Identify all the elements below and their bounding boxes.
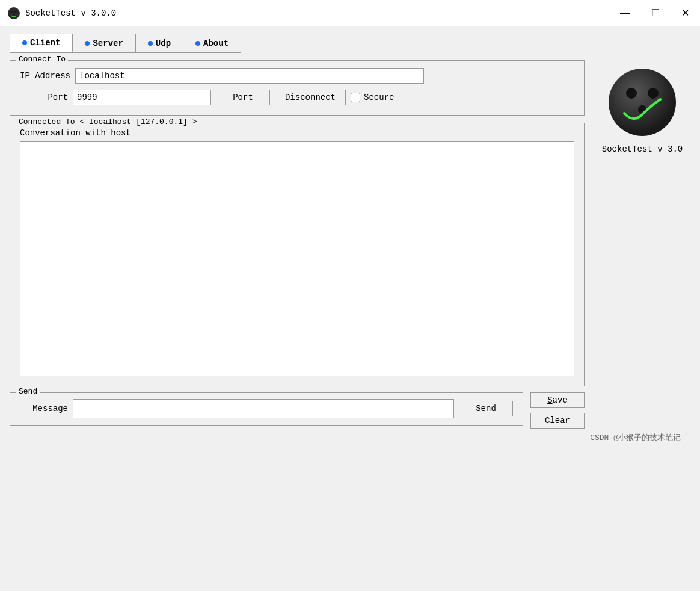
main-content: Client Server Udp About Connect To IP Ad… <box>0 26 700 591</box>
send-row: Message Send <box>20 399 513 418</box>
secure-checkbox[interactable] <box>351 93 360 102</box>
socket-icon-container <box>606 66 678 138</box>
port-row: Port Port Disconnect Secure <box>20 90 574 105</box>
footer-credit: CSDN @小猴子的技术笔记 <box>590 433 681 442</box>
svg-point-4 <box>609 69 676 136</box>
tab-server[interactable]: Server <box>73 34 135 52</box>
send-group-label: Send <box>16 387 40 396</box>
tab-client-dot <box>22 40 27 45</box>
clear-button[interactable]: Clear <box>530 413 585 429</box>
port-input[interactable] <box>73 90 211 105</box>
connected-to-group: Connected To < localhost [127.0.0.1] > C… <box>10 123 585 386</box>
message-label: Message <box>20 404 68 413</box>
save-rest: ave <box>553 395 568 405</box>
message-input[interactable] <box>73 399 454 418</box>
tab-client-label: Client <box>30 38 60 48</box>
socket-version-text: SocketTest v 3.0 <box>602 144 683 154</box>
socket-icon <box>606 66 678 138</box>
disconnect-button[interactable]: Disconnect <box>275 90 346 105</box>
secure-area: Secure <box>351 93 394 102</box>
tab-udp[interactable]: Udp <box>136 34 183 52</box>
right-panel: SocketTest v 3.0 <box>594 60 690 154</box>
tab-about-label: About <box>203 39 229 48</box>
port-label: Port <box>20 93 68 102</box>
tab-server-label: Server <box>93 39 123 48</box>
secure-label: Secure <box>364 93 394 102</box>
port-button-rest: ort <box>238 93 253 102</box>
save-clear-buttons: Save Clear <box>530 392 585 429</box>
app-title: SocketTest v 3.0.0 <box>25 8 116 18</box>
ip-row: IP Address <box>20 68 574 84</box>
tab-server-dot <box>85 41 90 46</box>
disconnect-rest: isconnect <box>290 93 336 102</box>
title-bar-controls: — ☐ ✕ <box>616 6 693 20</box>
send-rest: end <box>481 404 496 413</box>
port-button[interactable]: Port <box>216 90 270 105</box>
title-bar-left: SocketTest v 3.0.0 <box>7 7 116 20</box>
conversation-textarea[interactable] <box>20 141 574 376</box>
svg-point-3 <box>13 14 15 16</box>
title-bar: SocketTest v 3.0.0 — ☐ ✕ <box>0 0 700 26</box>
connect-to-group: Connect To IP Address Port Port Disconne… <box>10 60 585 116</box>
connect-to-label: Connect To <box>16 55 68 64</box>
save-clear-area: Send Message Send Save Cl <box>10 392 585 429</box>
tab-udp-label: Udp <box>156 39 171 48</box>
maximize-button[interactable]: ☐ <box>648 6 663 20</box>
left-panel: Connect To IP Address Port Port Disconne… <box>10 60 585 429</box>
body-area: Connect To IP Address Port Port Disconne… <box>10 60 690 429</box>
footer: CSDN @小猴子的技术笔记 <box>10 429 690 443</box>
ip-label: IP Address <box>20 71 70 81</box>
svg-point-2 <box>14 11 17 13</box>
app-icon <box>7 7 20 20</box>
connected-to-label: Connected To < localhost [127.0.0.1] > <box>16 117 199 126</box>
tab-about[interactable]: About <box>183 34 241 52</box>
port-button-u-label: P <box>233 93 238 102</box>
minimize-button[interactable]: — <box>616 7 633 20</box>
send-button[interactable]: Send <box>459 401 513 416</box>
conversation-label: Conversation with host <box>20 128 574 138</box>
tab-about-dot <box>195 41 200 46</box>
tab-bar: Client Server Udp About <box>10 34 241 53</box>
svg-point-1 <box>11 11 13 13</box>
svg-point-6 <box>648 88 659 99</box>
send-group: Send Message Send <box>10 392 523 426</box>
bottom-section: Send Message Send Save Cl <box>10 392 585 429</box>
save-button[interactable]: Save <box>530 392 585 408</box>
close-button[interactable]: ✕ <box>678 6 693 20</box>
ip-input[interactable] <box>75 68 424 84</box>
svg-point-5 <box>626 88 637 99</box>
tab-client[interactable]: Client <box>10 34 73 52</box>
svg-point-0 <box>8 7 20 19</box>
send-u: S <box>476 404 480 413</box>
tab-udp-dot <box>148 41 153 46</box>
save-u: S <box>547 395 552 405</box>
